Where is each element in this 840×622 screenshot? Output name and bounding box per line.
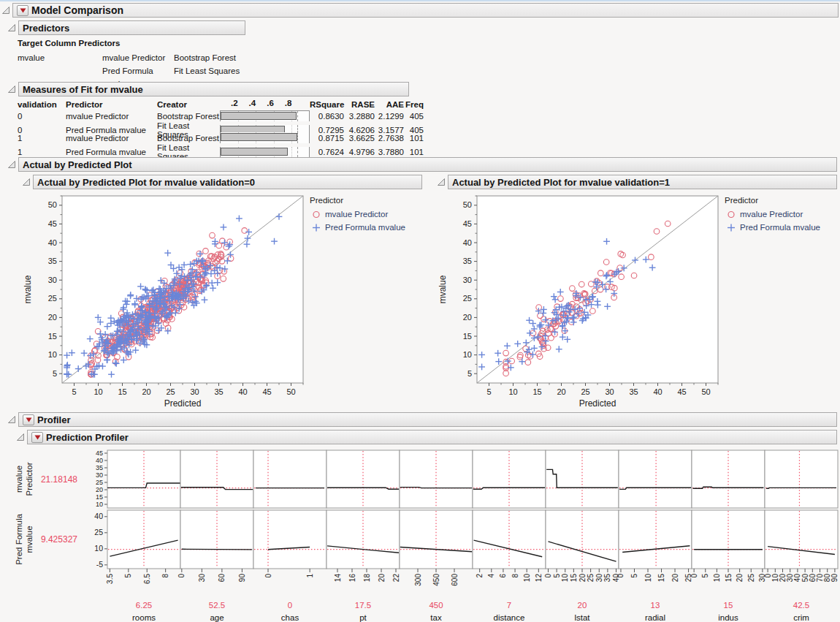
measures-cell-num: 2.1299 <box>375 112 404 121</box>
disclosure-triangle-icon[interactable] <box>1 6 10 15</box>
section-title: Actual by Predicted Plot <box>23 159 132 170</box>
legend-marker-circle[interactable] <box>313 212 319 218</box>
x-tick-label: 50 <box>701 387 710 396</box>
profiler-x-tick-label: 0 <box>690 574 698 578</box>
factor-current-value[interactable]: 17.5 <box>355 601 371 610</box>
measures-row[interactable]: 0mvalue PredictorBootstrap Forest0.86303… <box>18 110 424 121</box>
disclosure-triangle-icon[interactable] <box>7 85 16 94</box>
section-title: Profiler <box>37 414 71 425</box>
abp-validation1-title-bar[interactable]: Actual by Predicted Plot for mvalue vali… <box>448 175 837 189</box>
legend-item-label[interactable]: Pred Formula mvalue <box>325 223 405 232</box>
profiler-x-tick-label: 0 <box>264 574 272 578</box>
legend-marker-circle[interactable] <box>728 212 734 218</box>
profiler-panel[interactable] <box>765 510 838 569</box>
disclosure-triangle-icon[interactable] <box>7 415 16 424</box>
x-axis-label: Predicted <box>579 398 616 409</box>
plot-title: Actual by Predicted Plot for mvalue vali… <box>37 177 255 188</box>
factor-current-value[interactable]: 42.5 <box>793 601 809 610</box>
profiler-x-tick-label: 0 <box>616 574 625 578</box>
profiler-current-value[interactable]: 9.425327 <box>41 534 77 545</box>
red-triangle-menu-button[interactable] <box>23 414 34 425</box>
profiler-x-tick-label: 15 <box>725 574 733 583</box>
target-column-predictors-label: Target Column Predictors <box>18 39 120 48</box>
x-tick-label: 10 <box>93 387 102 396</box>
factor-current-value[interactable]: 13 <box>651 601 660 610</box>
x-tick-label: 25 <box>166 387 175 396</box>
factor-current-value[interactable]: 0 <box>288 601 292 610</box>
profiler-x-tick-label: 20 <box>736 574 744 583</box>
profiler-panel[interactable] <box>253 510 327 569</box>
x-tick-label: 45 <box>677 387 686 396</box>
disclosure-triangle-icon[interactable] <box>437 178 446 186</box>
measures-of-fit-title-bar[interactable]: Measures of Fit for mvalue <box>18 82 409 96</box>
measures-cell: Bootstrap Forest <box>157 134 220 143</box>
measures-of-fit-header: Measures of Fit for mvalue <box>7 82 409 96</box>
legend-item-label[interactable]: mvalue Predictor <box>325 210 388 219</box>
actual-by-predicted-title-bar[interactable]: Actual by Predicted Plot <box>18 157 837 172</box>
profiler-panel[interactable] <box>765 450 838 508</box>
measures-row[interactable]: 0Pred Formula mvalueFit Least Squares0.7… <box>18 121 424 132</box>
profiler-x-tick-label: 6 <box>499 574 507 578</box>
profiler-panel[interactable] <box>619 510 692 569</box>
x-tick-label: 30 <box>190 387 199 396</box>
factor-current-value[interactable]: 6.25 <box>136 601 152 610</box>
profiler-x-tick-label: 600 <box>451 574 459 586</box>
disclosure-triangle-icon[interactable] <box>7 160 16 169</box>
profiler-panel[interactable] <box>619 450 692 508</box>
y-axis-label: mvalue <box>23 275 33 303</box>
scatter-plot-validation1[interactable]: 55101015152020252530303535404045455050Pr… <box>435 191 840 411</box>
red-triangle-menu-button[interactable] <box>17 5 28 16</box>
measures-cell: mvalue Predictor <box>66 134 157 143</box>
disclosure-triangle-icon[interactable] <box>7 23 16 32</box>
disclosure-triangle-icon[interactable] <box>22 178 31 186</box>
profiler-y-tick-label: 25 <box>94 528 103 536</box>
factor-current-value[interactable]: 52.5 <box>209 601 225 610</box>
profiler-panel[interactable] <box>253 450 327 508</box>
legend-item-label[interactable]: Pred Formula mvalue <box>740 223 820 232</box>
rsquare-bar <box>221 148 288 156</box>
profiler-x-tick-label: 300 <box>414 574 422 586</box>
profiler-y-tick-label: 15 <box>96 493 103 501</box>
profiler-y-tick-label: 45 <box>96 450 103 457</box>
measures-row[interactable]: 1Pred Formula mvalueFit Least Squares0.7… <box>18 143 424 154</box>
legend-item-label[interactable]: mvalue Predictor <box>740 210 803 219</box>
profiler-title-bar[interactable]: Profiler <box>18 412 837 427</box>
predictors-title-bar[interactable]: Predictors <box>18 20 245 35</box>
factor-current-value[interactable]: 15 <box>724 601 733 610</box>
y-tick-label: 10 <box>48 350 57 359</box>
x-tick-label: 15 <box>532 387 541 396</box>
factor-current-value[interactable]: 7 <box>507 601 511 610</box>
measures-cell: Pred Formula mvalue <box>66 148 157 156</box>
disclosure-triangle-icon[interactable] <box>16 433 25 441</box>
factor-current-value[interactable]: 20 <box>578 601 587 610</box>
red-triangle-menu-button[interactable] <box>31 432 43 443</box>
bar-axis-tick-label: .8 <box>285 99 292 107</box>
profiler-current-value[interactable]: 21.18148 <box>41 474 77 485</box>
y-tick-label: 15 <box>463 332 472 341</box>
profiler-y-tick-label: 20 <box>96 486 103 493</box>
bar-reference-line <box>297 132 298 143</box>
measures-cell-num: 0.8715 <box>310 134 344 143</box>
profiler-x-tick-label: 5 <box>701 574 709 578</box>
profiler-x-tick-label: 450 <box>432 574 440 586</box>
measures-cell: 0 <box>18 112 66 121</box>
profiler-header: Profiler <box>7 412 837 427</box>
profiler-x-tick-label: 10 <box>713 574 721 583</box>
factor-current-value[interactable]: 450 <box>429 601 443 610</box>
x-tick-label: 5 <box>72 387 76 396</box>
scatter-plot-validation0[interactable]: 55101015152020252530303535404045455050Pr… <box>20 191 429 411</box>
profiler-row-label: Pred Formula <box>15 514 23 565</box>
measures-of-fit-table: validationPredictorCreator.2.4.6.8RSquar… <box>18 98 424 154</box>
factor-name-label: crim <box>793 613 809 622</box>
profiler-x-tick-label: 14 <box>334 574 342 583</box>
profiler-x-tick-label: 16 <box>348 574 356 583</box>
profiler-y-tick-label: -5 <box>96 560 103 569</box>
measures-row[interactable]: 1mvalue PredictorBootstrap Forest0.87153… <box>18 132 424 143</box>
prediction-profiler-title-bar[interactable]: Prediction Profiler <box>27 430 837 444</box>
profiler-x-tick-label: 3.5 <box>106 574 114 584</box>
predictors-cell-creator: Bootstrap Forest <box>174 51 240 64</box>
factor-name-label: radial <box>645 613 665 622</box>
model-comparison-title-bar[interactable]: Model Comparison <box>12 3 839 18</box>
abp-validation0-title-bar[interactable]: Actual by Predicted Plot for mvalue vali… <box>33 175 422 189</box>
prediction-profiler-plot[interactable]: mvaluePredictor21.181481015202530354045P… <box>0 447 840 622</box>
